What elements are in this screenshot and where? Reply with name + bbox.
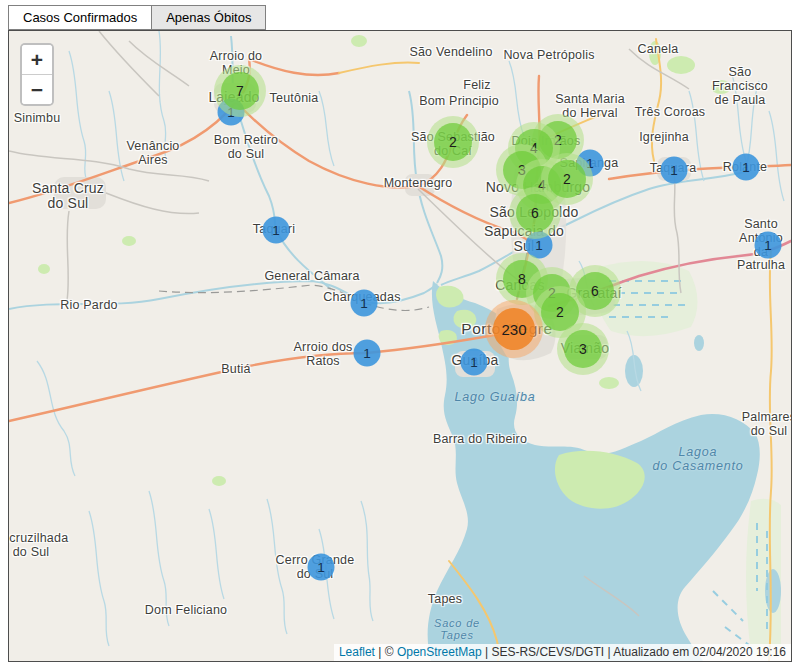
single-marker[interactable]: 1 [354, 340, 381, 367]
overlay-layer: SinimbuArroio do MeioTeutôniaLajeadoBom … [9, 31, 791, 661]
single-marker[interactable]: 1 [461, 349, 488, 376]
single-marker[interactable]: 1 [263, 217, 290, 244]
cluster-count: 3 [564, 330, 602, 368]
city-label: Nova Petrópolis [503, 49, 594, 63]
city-label: Santa Cruz do Sul [32, 181, 104, 212]
tab-casos-confirmados[interactable]: Casos Confirmados [8, 5, 152, 30]
city-label: Teutônia [270, 92, 319, 106]
single-marker[interactable]: 1 [308, 554, 335, 581]
leaflet-link[interactable]: Leaflet [339, 645, 375, 659]
cluster-count: 6 [516, 194, 554, 232]
city-label: Arroio dos Ratos [294, 341, 353, 369]
cluster-count: 7 [221, 72, 259, 110]
water-label: Lagoa do Casamento [653, 446, 744, 474]
city-label: Três Coroas [635, 106, 706, 120]
single-marker[interactable]: 1 [351, 290, 378, 317]
single-marker[interactable]: 1 [733, 154, 760, 181]
leaflet-map[interactable]: SinimbuArroio do MeioTeutôniaLajeadoBom … [8, 30, 792, 662]
cluster-marker[interactable]: 2 [427, 116, 479, 168]
zoom-out-button[interactable]: − [22, 74, 52, 104]
cluster-marker[interactable]: 7 [214, 65, 266, 117]
city-label: Canela [638, 43, 679, 57]
city-label: Dom Feliciano [145, 604, 228, 618]
single-marker[interactable]: 1 [755, 232, 782, 259]
tab-bar: Casos Confirmados Apenas Óbitos [8, 5, 266, 30]
attribution-bar: Leaflet | © OpenStreetMap | SES-RS/CEVS/… [334, 644, 791, 661]
city-label: Rio Pardo [60, 299, 117, 313]
cluster-marker[interactable]: 3 [557, 323, 609, 375]
city-label: Bom Principio [419, 95, 499, 109]
city-label: Tapes [428, 593, 462, 607]
city-label: Palmares do Sul [742, 411, 792, 439]
city-label: Bom Retiro do Sul [214, 134, 279, 162]
water-label: Saco de Tapes [434, 617, 480, 641]
zoom-control: + − [20, 43, 54, 106]
water-label: Lago Guaíba [454, 391, 535, 405]
city-label: Feliz [463, 79, 490, 93]
tab-apenas-obitos[interactable]: Apenas Óbitos [151, 5, 266, 30]
city-label: Encruzilhada do Sul [8, 532, 68, 560]
city-label: São Francisco de Paula [712, 66, 768, 107]
city-label: São Vendelino [409, 46, 492, 60]
single-marker[interactable]: 1 [661, 157, 688, 184]
city-label: Venâncio Aires [126, 140, 179, 168]
city-label: Igrejinha [639, 131, 689, 145]
city-label: General Câmara [264, 270, 359, 284]
cluster-count: 2 [548, 160, 586, 198]
city-label: Barra do Ribeiro [433, 433, 527, 447]
cluster-count: 230 [493, 308, 535, 350]
attribution-text: | SES-RS/CEVS/DGTI | Atualizado em 02/04… [482, 645, 786, 659]
zoom-in-button[interactable]: + [22, 45, 52, 74]
city-label: Sinimbu [14, 112, 61, 126]
cluster-count: 2 [434, 123, 472, 161]
openstreetmap-link[interactable]: OpenStreetMap [397, 645, 482, 659]
cluster-marker[interactable]: 6 [509, 187, 561, 239]
cluster-marker[interactable]: 230 [485, 300, 543, 358]
attribution-separator: | © [375, 645, 397, 659]
city-label: Butiá [221, 363, 251, 377]
city-label: Montenegro [384, 177, 453, 191]
